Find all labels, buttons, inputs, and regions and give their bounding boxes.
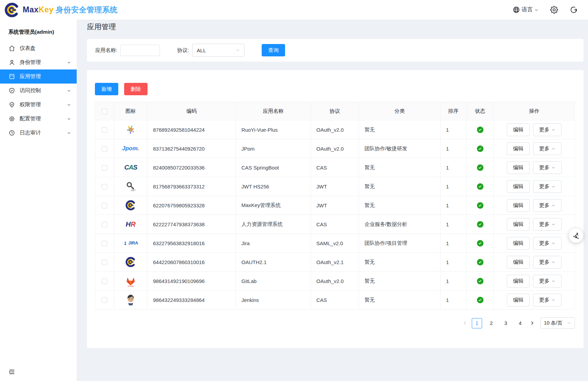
edit-button[interactable]: 编辑 — [507, 256, 530, 269]
logout-icon[interactable] — [570, 6, 578, 14]
row-checkbox[interactable] — [102, 127, 107, 133]
chevron-down-icon — [67, 102, 71, 107]
table-row: JWT817568793663373312JWT HS256JWT暂无1编辑更多 — [95, 177, 575, 196]
select-all-header — [95, 102, 114, 120]
app-name-input[interactable] — [120, 45, 160, 56]
chevron-down-icon — [552, 127, 555, 133]
app-logo-cas-icon: CAS — [124, 161, 138, 174]
row-checkbox[interactable] — [102, 297, 107, 303]
edit-button[interactable]: 编辑 — [507, 199, 530, 212]
cell-code: 632279563832918016 — [148, 234, 236, 253]
cell-code: 644220607860310016 — [148, 253, 236, 272]
more-button[interactable]: 更多 — [533, 199, 562, 212]
chevron-down-icon — [552, 259, 555, 265]
page-size-value: 10 条/页 — [544, 320, 562, 326]
edit-button[interactable]: 编辑 — [507, 294, 530, 306]
cell-sort: 1 — [440, 177, 467, 196]
page-size-select[interactable]: 10 条/页 — [540, 317, 575, 329]
language-switcher[interactable]: 语言 — [513, 6, 538, 13]
protocol-select[interactable]: ALL — [192, 44, 244, 57]
edit-button[interactable]: 编辑 — [507, 275, 530, 287]
edit-button[interactable]: 编辑 — [507, 237, 530, 250]
chevron-down-icon — [552, 297, 555, 303]
more-label: 更多 — [539, 278, 549, 284]
sidebar-item-6[interactable]: 日志审计 — [0, 126, 77, 140]
row-checkbox[interactable] — [102, 146, 107, 152]
more-button[interactable]: 更多 — [533, 237, 562, 250]
more-button[interactable]: 更多 — [533, 123, 562, 136]
app-logo-maxkey-icon — [124, 198, 138, 212]
row-checkbox[interactable] — [102, 222, 107, 227]
column-header-name: 应用名称 — [236, 102, 311, 120]
sidebar-menu: 仪表盘身份管理应用管理访问控制权限管理配置管理日志审计 — [0, 41, 77, 140]
sidebar-item-0[interactable]: 仪表盘 — [0, 41, 77, 55]
app-logo-maxkey-icon — [124, 255, 138, 269]
pagination-next-icon[interactable] — [530, 320, 535, 326]
cell-sort: 1 — [440, 253, 467, 272]
more-label: 更多 — [539, 259, 549, 265]
sidebar-item-4[interactable]: 权限管理 — [0, 98, 77, 112]
row-checkbox[interactable] — [102, 184, 107, 189]
table-row: 644220607860310016OAUTH2.1OAuth_v2.1暂无1编… — [95, 253, 575, 272]
pagination-page-1[interactable]: 1 — [472, 318, 482, 328]
sidebar-item-2[interactable]: 应用管理 — [0, 69, 77, 84]
sidebar-item-5[interactable]: 配置管理 — [0, 112, 77, 126]
column-header-actions: 操作 — [494, 102, 575, 120]
cell-name: 人力资源管理系统 — [236, 215, 311, 234]
edit-button[interactable]: 编辑 — [507, 142, 530, 155]
cell-name: GitLab — [236, 272, 311, 291]
cell-sort: 1 — [440, 272, 467, 291]
floating-theme-drawer-button[interactable] — [569, 228, 583, 243]
column-header-icon: 图标 — [114, 102, 148, 120]
edit-button[interactable]: 编辑 — [507, 180, 530, 193]
row-checkbox[interactable] — [102, 260, 107, 265]
pagination: 1234 10 条/页 — [95, 317, 575, 329]
sidebar-item-3[interactable]: 访问控制 — [0, 84, 77, 98]
edit-button[interactable]: 编辑 — [507, 123, 530, 136]
chevron-down-icon — [552, 184, 555, 189]
chevron-down-icon — [552, 146, 555, 152]
row-checkbox[interactable] — [102, 279, 107, 284]
cell-sort: 1 — [440, 234, 467, 253]
cell-category: 暂无 — [359, 253, 440, 272]
more-button[interactable]: 更多 — [533, 161, 562, 174]
sidebar-collapse-icon[interactable] — [8, 368, 15, 375]
select-all-checkbox[interactable] — [102, 109, 107, 114]
cell-category: 团队协作/敏捷研发 — [359, 139, 440, 158]
search-button[interactable]: 查询 — [262, 44, 285, 56]
settings-gear-icon[interactable] — [550, 6, 558, 14]
more-button[interactable]: 更多 — [533, 294, 562, 306]
more-button[interactable]: 更多 — [533, 180, 562, 193]
more-button[interactable]: 更多 — [533, 142, 562, 155]
column-header-status: 状态 — [467, 102, 494, 120]
more-button[interactable]: 更多 — [533, 256, 562, 269]
add-button[interactable]: 新增 — [95, 83, 118, 95]
clock-icon — [9, 130, 15, 136]
row-checkbox[interactable] — [102, 241, 107, 246]
cell-name: CAS SpringBoot — [236, 158, 311, 177]
edit-button[interactable]: 编辑 — [507, 218, 530, 231]
pagination-page-3[interactable]: 3 — [501, 318, 511, 328]
table-row: GitLab986431492190109696GitLabOAuth_v2.0… — [95, 272, 575, 291]
filter-bar: 应用名称: 协议: ALL 查询 — [87, 39, 584, 62]
sidebar-item-label: 应用管理 — [20, 73, 41, 80]
sidebar-item-1[interactable]: 身份管理 — [0, 55, 77, 69]
cell-sort: 1 — [440, 139, 467, 158]
chevron-down-icon — [67, 131, 71, 135]
cell-sort: 1 — [440, 215, 467, 234]
row-checkbox[interactable] — [102, 203, 107, 208]
row-checkbox[interactable] — [102, 165, 107, 171]
pagination-page-4[interactable]: 4 — [515, 318, 525, 328]
edit-button[interactable]: 编辑 — [507, 161, 530, 174]
delete-button[interactable]: 删除 — [124, 83, 148, 95]
user-icon — [9, 59, 15, 66]
cell-category: 企业服务/数据分析 — [359, 215, 440, 234]
protocol-label: 协议: — [177, 47, 189, 54]
language-label: 语言 — [522, 6, 533, 13]
more-button[interactable]: 更多 — [533, 218, 562, 231]
pagination-page-2[interactable]: 2 — [486, 318, 497, 328]
chevron-down-icon — [552, 165, 555, 171]
pagination-prev-icon[interactable] — [462, 320, 468, 326]
cell-name: Jira — [236, 234, 311, 253]
more-button[interactable]: 更多 — [533, 275, 562, 287]
